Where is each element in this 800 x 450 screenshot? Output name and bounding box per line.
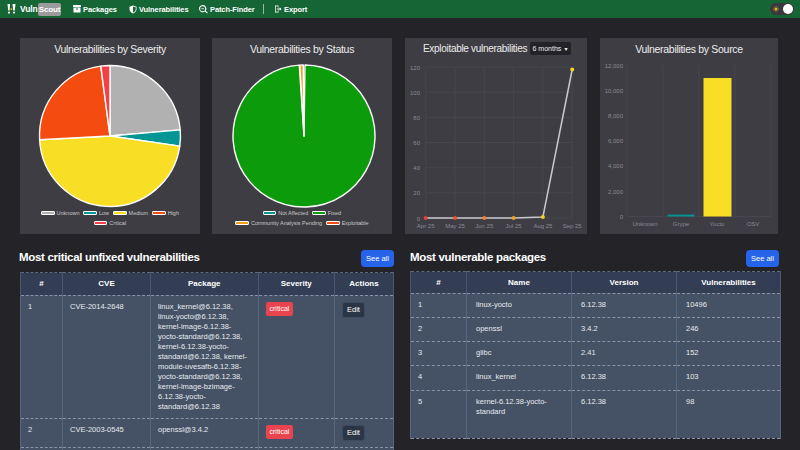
svg-text:OSV: OSV bbox=[747, 221, 760, 227]
svg-text:0: 0 bbox=[620, 214, 624, 220]
svg-text:Jul 25: Jul 25 bbox=[506, 223, 523, 229]
svg-text:Grype: Grype bbox=[673, 221, 690, 227]
svg-text:Sep 25: Sep 25 bbox=[563, 223, 583, 229]
svg-text:60: 60 bbox=[413, 140, 420, 146]
svg-text:20: 20 bbox=[413, 190, 420, 196]
svg-text:0: 0 bbox=[417, 216, 421, 222]
svg-text:Aug 25: Aug 25 bbox=[533, 223, 553, 229]
svg-text:May 25: May 25 bbox=[445, 223, 465, 229]
svg-text:4,000: 4,000 bbox=[608, 163, 624, 169]
svg-text:2,000: 2,000 bbox=[608, 189, 624, 195]
svg-text:Yocto: Yocto bbox=[710, 221, 725, 227]
svg-text:40: 40 bbox=[413, 165, 420, 171]
svg-text:120: 120 bbox=[410, 65, 421, 71]
svg-text:12,000: 12,000 bbox=[605, 63, 624, 69]
svg-text:80: 80 bbox=[413, 115, 420, 121]
svg-text:6,000: 6,000 bbox=[608, 138, 624, 144]
svg-text:10,000: 10,000 bbox=[605, 88, 624, 94]
svg-text:8,000: 8,000 bbox=[608, 113, 624, 119]
svg-text:Jun 25: Jun 25 bbox=[475, 223, 494, 229]
svg-text:Apr 25: Apr 25 bbox=[417, 223, 435, 229]
svg-text:Unknown: Unknown bbox=[632, 221, 657, 227]
svg-text:100: 100 bbox=[410, 90, 421, 96]
